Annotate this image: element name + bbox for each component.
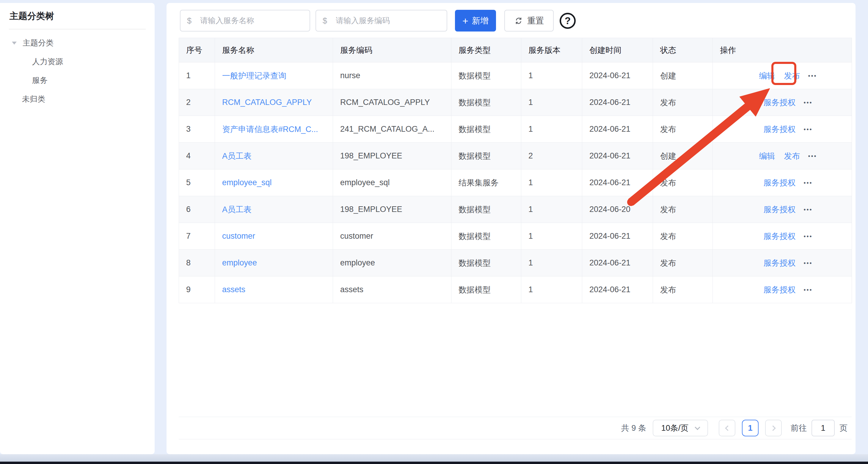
cell-service-type: 数据模型 bbox=[452, 143, 521, 169]
tree-node-label: 主题分类 bbox=[23, 38, 54, 48]
action-link-authorize[interactable]: 服务授权 bbox=[763, 125, 796, 134]
cell-status: 发布 bbox=[653, 276, 713, 303]
cell-status: 创建 bbox=[653, 62, 713, 89]
service-code-input[interactable] bbox=[315, 10, 447, 32]
action-link-authorize[interactable]: 服务授权 bbox=[763, 259, 796, 267]
action-link-authorize[interactable]: 服务授权 bbox=[763, 285, 796, 294]
service-name-link[interactable]: RCM_CATALOG_APPLY bbox=[222, 98, 312, 107]
cell-service-code: customer bbox=[333, 223, 452, 250]
action-link-publish[interactable]: 发布 bbox=[784, 71, 800, 80]
cell-index: 3 bbox=[179, 116, 215, 143]
cell-service-name: A员工表 bbox=[215, 196, 333, 223]
page-number-button[interactable]: 1 bbox=[742, 420, 758, 436]
cell-actions: 服务授权••• bbox=[713, 196, 852, 223]
cell-service-type: 结果集服务 bbox=[452, 169, 521, 196]
service-name-link[interactable]: employee_sql bbox=[222, 178, 272, 187]
tree-node-unclassified[interactable]: 未归类 bbox=[0, 90, 155, 108]
column-header-status: 状态 bbox=[653, 38, 713, 62]
cell-created-time: 2024-06-21 bbox=[582, 169, 653, 196]
chevron-left-icon bbox=[725, 425, 730, 431]
reset-button[interactable]: 重置 bbox=[504, 10, 554, 32]
table-row: 6A员工表198_EMPLOYEE数据模型12024-06-20发布服务授权••… bbox=[179, 196, 852, 223]
action-link-authorize[interactable]: 服务授权 bbox=[763, 98, 796, 107]
cell-service-version: 1 bbox=[521, 169, 582, 196]
cell-index: 6 bbox=[179, 196, 215, 223]
more-actions-icon[interactable]: ••• bbox=[803, 260, 812, 266]
more-actions-icon[interactable]: ••• bbox=[803, 206, 812, 213]
cell-status: 发布 bbox=[653, 223, 713, 250]
service-name-link[interactable]: employee bbox=[222, 258, 257, 267]
goto-label: 前往 bbox=[791, 423, 807, 433]
service-name-link[interactable]: 一般护理记录查询 bbox=[222, 71, 286, 80]
caret-down-icon[interactable] bbox=[12, 42, 17, 44]
tree-node-service[interactable]: 服务 bbox=[0, 71, 155, 90]
action-link-authorize[interactable]: 服务授权 bbox=[763, 205, 796, 214]
cell-status: 发布 bbox=[653, 169, 713, 196]
cell-created-time: 2024-06-21 bbox=[582, 250, 653, 276]
more-actions-icon[interactable]: ••• bbox=[803, 179, 812, 186]
cell-actions: 编辑发布••• bbox=[713, 143, 852, 169]
service-table: 序号 服务名称 服务编码 服务类型 服务版本 创建时间 状态 操作 1一般护理记… bbox=[179, 38, 852, 303]
cell-service-code: employee_sql bbox=[333, 169, 452, 196]
cell-actions: 服务授权••• bbox=[713, 276, 852, 303]
action-link-publish[interactable]: 发布 bbox=[784, 152, 800, 161]
pagination-bar: 共 9 条 10条/页 1 前往 页 bbox=[179, 417, 851, 439]
cell-service-code: 198_EMPLOYEE bbox=[333, 143, 452, 169]
more-actions-icon[interactable]: ••• bbox=[803, 99, 812, 106]
column-header-version: 服务版本 bbox=[521, 38, 582, 62]
tree-node-label: 未归类 bbox=[22, 94, 45, 104]
cell-service-type: 数据模型 bbox=[452, 196, 521, 223]
table-body: 1一般护理记录查询nurse数据模型12024-06-21创建编辑发布•••2R… bbox=[179, 62, 852, 303]
service-name-link[interactable]: customer bbox=[222, 232, 255, 240]
cell-index: 8 bbox=[179, 250, 215, 276]
tree-node-topic-category[interactable]: 主题分类 bbox=[0, 34, 155, 52]
tree-node-label: 人力资源 bbox=[32, 57, 63, 67]
cell-actions: 服务授权••• bbox=[713, 169, 852, 196]
next-page-button[interactable] bbox=[765, 420, 782, 436]
cell-service-name: 资产申请信息表#RCM_C... bbox=[215, 116, 333, 143]
action-link-edit[interactable]: 编辑 bbox=[759, 152, 775, 161]
more-actions-icon[interactable]: ••• bbox=[808, 72, 817, 79]
service-name-link[interactable]: A员工表 bbox=[222, 205, 252, 214]
cell-created-time: 2024-06-21 bbox=[582, 276, 653, 303]
total-count: 共 9 条 bbox=[621, 423, 646, 433]
table-row: 5employee_sqlemployee_sql结果集服务12024-06-2… bbox=[179, 169, 852, 196]
cell-service-version: 1 bbox=[521, 196, 582, 223]
table-row: 1一般护理记录查询nurse数据模型12024-06-21创建编辑发布••• bbox=[179, 62, 852, 89]
cell-service-version: 1 bbox=[521, 116, 582, 143]
cell-service-type: 数据模型 bbox=[452, 116, 521, 143]
page-size-select[interactable]: 10条/页 bbox=[653, 420, 708, 436]
service-name-link[interactable]: A员工表 bbox=[222, 152, 252, 161]
cell-created-time: 2024-06-21 bbox=[582, 89, 653, 116]
more-actions-icon[interactable]: ••• bbox=[808, 153, 817, 159]
cell-service-type: 数据模型 bbox=[452, 223, 521, 250]
column-header-type: 服务类型 bbox=[452, 38, 521, 62]
cell-service-version: 2 bbox=[521, 143, 582, 169]
tree-node-human-resources[interactable]: 人力资源 bbox=[0, 52, 155, 71]
cell-index: 2 bbox=[179, 89, 215, 116]
cell-status: 发布 bbox=[653, 89, 713, 116]
help-icon[interactable]: ? bbox=[560, 13, 576, 29]
cell-service-code: 198_EMPLOYEE bbox=[333, 196, 452, 223]
action-link-authorize[interactable]: 服务授权 bbox=[763, 178, 796, 187]
service-name-link[interactable]: assets bbox=[222, 285, 245, 294]
prev-page-button[interactable] bbox=[719, 420, 735, 436]
more-actions-icon[interactable]: ••• bbox=[803, 287, 812, 293]
more-actions-icon[interactable]: ••• bbox=[803, 126, 812, 133]
action-link-edit[interactable]: 编辑 bbox=[759, 71, 775, 80]
cell-actions: 服务授权••• bbox=[713, 223, 852, 250]
service-name-link[interactable]: 资产申请信息表#RCM_C... bbox=[222, 125, 318, 134]
action-link-authorize[interactable]: 服务授权 bbox=[763, 232, 796, 241]
cell-created-time: 2024-06-21 bbox=[582, 116, 653, 143]
cell-actions: 服务授权••• bbox=[713, 89, 852, 116]
add-button[interactable]: + 新增 bbox=[455, 10, 496, 32]
goto-page-input[interactable] bbox=[811, 420, 835, 436]
cell-index: 1 bbox=[179, 62, 215, 89]
cell-service-version: 1 bbox=[521, 250, 582, 276]
cell-service-type: 数据模型 bbox=[452, 276, 521, 303]
more-actions-icon[interactable]: ••• bbox=[803, 233, 812, 240]
cell-service-name: customer bbox=[215, 223, 333, 250]
service-name-input[interactable] bbox=[180, 10, 310, 32]
cell-service-name: employee_sql bbox=[215, 169, 333, 196]
window-bottom-strip bbox=[0, 454, 868, 462]
